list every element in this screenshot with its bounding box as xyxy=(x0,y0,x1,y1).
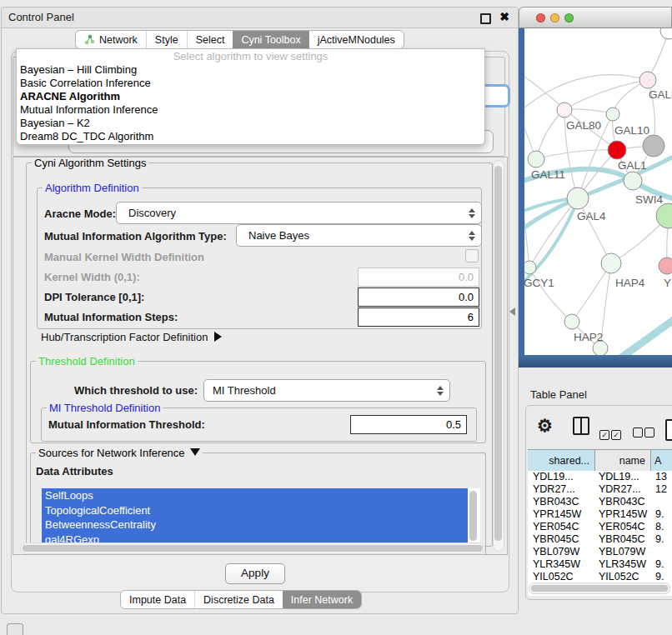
export-table-icon[interactable] xyxy=(665,419,672,441)
network-node[interactable] xyxy=(656,203,672,228)
combo-stepper-icon xyxy=(468,231,475,241)
expand-right-icon xyxy=(214,332,222,342)
manual-kernel-checkbox xyxy=(465,249,479,262)
network-node-hap2[interactable] xyxy=(564,314,579,329)
select-all-columns-icon[interactable]: ✓✓ xyxy=(599,426,623,441)
settings-vertical-scrollbar[interactable] xyxy=(493,160,504,552)
data-attribute-item[interactable]: SelfLoops xyxy=(42,488,468,503)
table-row[interactable]: YPR145WYPR145W9. xyxy=(528,508,672,521)
dpi-tolerance-field[interactable]: 0.0 xyxy=(358,288,479,307)
table-panel-title: Table Panel xyxy=(530,388,587,401)
column-header-clipped[interactable]: A xyxy=(651,450,672,472)
algorithm-option[interactable]: Bayesian – Hill Climbing xyxy=(17,63,484,77)
algorithm-option[interactable]: Dream8 DC_TDC Algorithm xyxy=(17,130,484,143)
tab-style[interactable]: Style xyxy=(146,31,187,48)
tab-label: Network xyxy=(99,34,138,46)
tab-label: Select xyxy=(196,34,225,46)
data-attributes-list: SelfLoopsTopologicalCoefficientBetweenne… xyxy=(42,488,468,548)
table-cell: YBR045C xyxy=(528,533,595,546)
network-edge xyxy=(536,150,617,159)
column-header-name[interactable]: name xyxy=(595,450,651,472)
mi-steps-label: Mutual Information Steps: xyxy=(44,311,178,323)
table-cell: 9. xyxy=(651,508,672,521)
table-cell: YBR045C xyxy=(595,533,651,546)
tab-select[interactable]: Select xyxy=(187,31,233,48)
tab-discretize-data[interactable]: Discretize Data xyxy=(194,591,283,608)
tab-network[interactable]: Network xyxy=(76,31,146,48)
table-cell: 9. xyxy=(651,558,672,571)
window-frame xyxy=(519,28,524,368)
table-row[interactable]: YBL079WYBL079W xyxy=(528,546,672,558)
network-node-swi4[interactable] xyxy=(624,172,642,190)
network-node-hap4[interactable] xyxy=(601,253,621,273)
settings-horizontal-scrollbar[interactable] xyxy=(20,542,485,554)
mi-steps-field[interactable]: 6 xyxy=(358,308,479,327)
table-cell: YBR043C xyxy=(528,496,595,508)
mi-type-label: Mutual Information Algorithm Type: xyxy=(44,230,227,242)
network-node-gcy1[interactable] xyxy=(524,261,536,274)
group-title: Threshold Definition xyxy=(36,355,138,368)
mi-threshold-definition-group: MI Threshold Definition Mutual Informati… xyxy=(41,408,477,442)
mi-threshold-field[interactable]: 0.5 xyxy=(350,415,467,434)
tab-impute-data[interactable]: Impute Data xyxy=(121,591,194,608)
table-cell: YBL079W xyxy=(528,546,595,558)
mi-type-combo[interactable]: Naive Bayes xyxy=(236,224,482,247)
tab-label: Cyni Toolbox xyxy=(241,34,300,46)
column-header-shared-name[interactable]: shared... xyxy=(528,450,595,472)
network-node[interactable] xyxy=(643,135,664,157)
hub-tf-definition-header[interactable]: Hub/Transcription Factor Definition xyxy=(41,331,222,343)
table-row[interactable]: YER054CYER054C8. xyxy=(528,521,672,533)
panel-title: Control Panel xyxy=(8,11,74,23)
deselect-all-columns-icon[interactable] xyxy=(633,426,656,441)
close-icon[interactable]: ✖ xyxy=(499,10,509,23)
table-row[interactable]: YBR045CYBR045C9. xyxy=(528,533,672,546)
which-threshold-label: Which threshold to use: xyxy=(74,384,198,397)
algorithm-option[interactable]: Basic Correlation Inference xyxy=(17,77,484,90)
tab-label: Infer Network xyxy=(291,594,353,606)
which-threshold-combo[interactable]: MI Threshold xyxy=(203,379,450,402)
network-node-gal10[interactable] xyxy=(606,108,619,121)
network-canvas[interactable]: GAL8GAL80GAL10GAL1GAL11SWI4GAL4GCY1HAP4Y… xyxy=(524,28,672,355)
apply-button[interactable]: Apply xyxy=(225,563,285,584)
algorithm-option[interactable]: Mutual Information Inference xyxy=(17,103,484,117)
gear-icon[interactable]: ⚙ xyxy=(537,416,553,436)
aracne-mode-combo[interactable]: Discovery xyxy=(116,202,482,224)
network-node-gal8[interactable] xyxy=(639,72,656,88)
collapsed-panel-icon[interactable] xyxy=(7,623,23,635)
data-attribute-item[interactable]: BetweennessCentrality xyxy=(42,518,468,532)
network-node-gal11[interactable] xyxy=(528,151,544,168)
network-node-gal1[interactable] xyxy=(608,141,626,159)
network-node[interactable] xyxy=(660,28,672,39)
table-row[interactable]: YBR043CYBR043C xyxy=(528,496,672,508)
tab-infer-network[interactable]: Infer Network xyxy=(283,591,361,608)
table-horizontal-scrollbar[interactable] xyxy=(529,582,670,594)
network-edge xyxy=(529,268,572,322)
network-node-gal4[interactable] xyxy=(567,188,589,209)
panel-divider-arrow[interactable] xyxy=(509,308,515,316)
network-edge-thick xyxy=(618,313,672,355)
network-node-y[interactable] xyxy=(659,258,672,274)
column-layout-icon[interactable] xyxy=(573,417,589,435)
close-traffic-light[interactable] xyxy=(536,13,545,22)
table-row[interactable]: YLR345WYLR345W9. xyxy=(528,558,672,571)
table-row[interactable]: YDL19...YDL19...13 xyxy=(528,471,672,483)
network-node-label: GCY1 xyxy=(524,277,554,289)
tab-cyni-toolbox[interactable]: Cyni Toolbox xyxy=(233,31,308,48)
attributes-vertical-scrollbar[interactable] xyxy=(468,488,480,548)
table-cell: YER054C xyxy=(528,521,595,533)
network-node-gal80[interactable] xyxy=(557,102,572,118)
mi-threshold-label: Mutual Information Threshold: xyxy=(48,418,205,431)
algorithm-option[interactable]: ARACNE Algorithm xyxy=(17,90,484,103)
manual-kernel-label: Manual Kernel Width Definition xyxy=(44,251,204,263)
window-frame xyxy=(519,355,672,368)
float-window-icon[interactable] xyxy=(480,13,491,24)
sources-header[interactable]: Sources for Network Inference xyxy=(36,447,203,459)
algorithm-option[interactable]: Bayesian – K2 xyxy=(17,117,484,130)
tab-jactivemnodules[interactable]: jActiveMNodules xyxy=(309,31,404,48)
table-row[interactable]: YDR27...YDR27...12 xyxy=(528,483,672,496)
minimize-traffic-light[interactable] xyxy=(550,13,559,22)
data-attribute-item[interactable]: TopologicalCoefficient xyxy=(42,503,468,518)
table-cell: YPR145W xyxy=(595,508,651,521)
zoom-traffic-light[interactable] xyxy=(564,13,574,22)
table-row[interactable]: YIL052CYIL052C9. xyxy=(528,571,672,583)
